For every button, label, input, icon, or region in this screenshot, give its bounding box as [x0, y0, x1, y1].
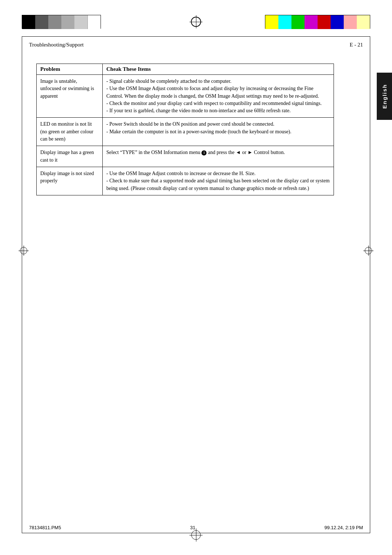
section-title: Troubleshooting/Support: [29, 42, 83, 48]
swatch-pink: [344, 15, 357, 29]
footer-filename: 78134811.PM5: [29, 525, 61, 530]
border-right: [370, 36, 370, 533]
page-number: E - 21: [350, 42, 363, 48]
swatch-white: [87, 15, 101, 29]
problem-cell-2: LED on monitor is not lit (no green or a…: [37, 118, 103, 146]
check-cell-3: Select “TYPE” in the OSM Information men…: [103, 146, 334, 167]
footer-page-number: 31: [190, 525, 195, 530]
problem-cell-1: Image is unstable, unfocused or swimming…: [37, 75, 103, 118]
swatch-cyan: [278, 15, 291, 29]
crosshair-left-symbol: [20, 247, 27, 254]
swatch-lightyellow: [357, 15, 370, 29]
swatch-yellow: [265, 15, 278, 29]
crosshair-right-middle: [365, 247, 372, 254]
table-row: LED on monitor is not lit (no green or a…: [37, 118, 334, 146]
table-header-problem: Problem: [37, 64, 103, 75]
color-bar-right: [265, 15, 370, 29]
english-tab: English: [377, 73, 392, 120]
footer-timestamp: 99.12.24, 2:19 PM: [324, 525, 363, 530]
check-cell-2: - Power Switch should be in the ON posit…: [103, 118, 334, 146]
table-row: Image is unstable, unfocused or swimming…: [37, 75, 334, 118]
problem-cell-3: Display image has a green cast to it: [37, 146, 103, 167]
swatch-blue: [331, 15, 344, 29]
crosshair-top-center: [189, 11, 203, 33]
swatch-gray2: [61, 15, 74, 29]
table-row: Display image has a green cast to it Sel…: [37, 146, 334, 167]
table-row: Display image is not sized properly - Us…: [37, 167, 334, 195]
swatch-magenta: [305, 15, 318, 29]
english-tab-label: English: [381, 84, 388, 109]
crosshair-symbol: [191, 17, 201, 27]
crosshair-bottom-center: [191, 530, 201, 540]
swatch-gray1: [48, 15, 61, 29]
check-cell-1: - Signal cable should be completely atta…: [103, 75, 334, 118]
crosshair-bottom-symbol: [191, 530, 201, 540]
crosshair-right-symbol: [365, 247, 372, 254]
swatch-gray3: [74, 15, 87, 29]
info-icon: i: [201, 150, 207, 155]
crosshair-left-middle: [20, 247, 27, 254]
swatch-black: [22, 15, 35, 29]
border-top: [22, 36, 370, 37]
page-header: Troubleshooting/Support E - 21: [29, 42, 363, 48]
problem-cell-4: Display image is not sized properly: [37, 167, 103, 195]
main-content: Problem Cheak These Items Image is unsta…: [36, 56, 356, 195]
swatch-darkgray: [35, 15, 48, 29]
page-footer: 78134811.PM5 31 99.12.24, 2:19 PM: [29, 525, 363, 530]
border-left: [22, 36, 22, 533]
color-bar-left: [22, 15, 101, 29]
swatch-red: [318, 15, 331, 29]
check-cell-4: - Use the OSM Image Adjust controls to i…: [103, 167, 334, 195]
table-header-check: Cheak These Items: [103, 64, 334, 75]
troubleshooting-table: Problem Cheak These Items Image is unsta…: [36, 64, 334, 195]
swatch-green: [291, 15, 305, 29]
